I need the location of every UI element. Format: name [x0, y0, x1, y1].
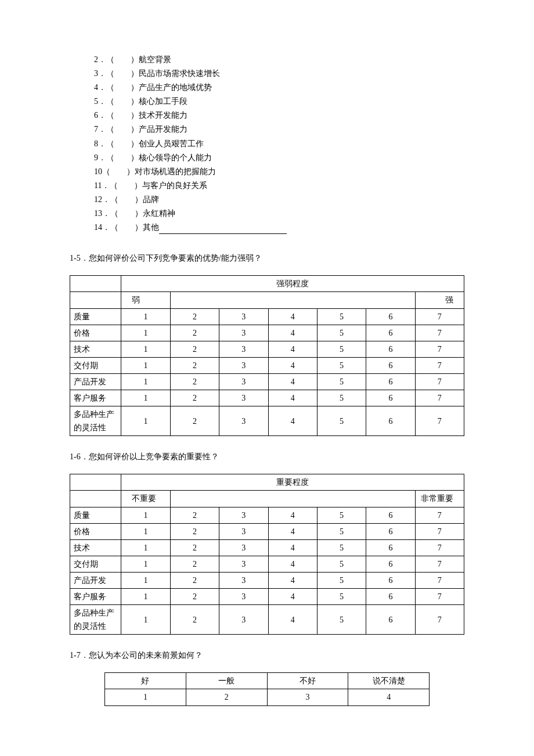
table-header: 重要程度 [121, 474, 464, 491]
checklist-item[interactable]: 5．（ ）核心加工手段 [94, 95, 464, 108]
question-1-7-title: 1-7．您认为本公司的未来前景如何？ [70, 649, 464, 662]
checklist: 2．（ ）航空背景 3．（ ）民品市场需求快速增长 4．（ ）产品生产的地域优势… [94, 53, 464, 234]
table-row[interactable]: 产品开发1234567 [70, 572, 464, 588]
checklist-item[interactable]: 6．（ ）技术开发能力 [94, 109, 464, 122]
table-row[interactable]: 多品种生产的灵活性1234567 [70, 605, 464, 635]
checklist-item[interactable]: 12．（ ）品牌 [94, 193, 464, 206]
table-row[interactable]: 客户服务1234567 [70, 589, 464, 605]
checklist-item[interactable]: 13．（ ）永红精神 [94, 207, 464, 220]
checklist-item[interactable]: 4．（ ）产品生产的地域优势 [94, 81, 464, 94]
table-header: 强弱程度 [121, 276, 464, 292]
question-1-5-title: 1-5．您如何评价公司下列竞争要素的优势/能力强弱？ [70, 251, 464, 265]
table-row[interactable]: 交付期1234567 [70, 556, 464, 572]
table-row[interactable]: 客户服务1234567 [70, 390, 464, 406]
checklist-item[interactable]: 10（ ）对市场机遇的把握能力 [94, 165, 464, 178]
table-row[interactable]: 技术1234567 [70, 341, 464, 357]
checklist-item[interactable]: 8．（ ）创业人员艰苦工作 [94, 137, 464, 150]
checklist-item[interactable]: 11．（ ）与客户的良好关系 [94, 179, 464, 192]
table-row[interactable]: 多品种生产的灵活性1234567 [70, 406, 464, 436]
question-1-6-title: 1-6．您如何评价以上竞争要素的重要性？ [70, 450, 464, 463]
table-q5: 强弱程度 弱强 质量1234567 价格1234567 技术1234567 交付… [70, 275, 464, 436]
table-row[interactable]: 交付期1234567 [70, 357, 464, 373]
table-row[interactable]: 技术1234567 [70, 539, 464, 556]
table-row[interactable]: 产品开发1234567 [70, 373, 464, 390]
other-blank[interactable] [159, 233, 287, 234]
table-q6: 重要程度 不重要非常重要 质量1234567 价格1234567 技术12345… [70, 474, 464, 635]
checklist-item[interactable]: 14．（ ）其他 [94, 221, 464, 234]
table-row[interactable]: 1 2 3 4 [105, 689, 430, 705]
checklist-item[interactable]: 9．（ ）核心领导的个人能力 [94, 151, 464, 164]
checklist-item[interactable]: 3．（ ）民品市场需求快速增长 [94, 67, 464, 80]
table-row[interactable]: 质量1234567 [70, 507, 464, 523]
table-row: 好 一般 不好 说不清楚 [105, 673, 430, 689]
table-q7: 好 一般 不好 说不清楚 1 2 3 4 [104, 672, 430, 705]
table-row[interactable]: 价格1234567 [70, 325, 464, 341]
checklist-item[interactable]: 2．（ ）航空背景 [94, 53, 464, 66]
table-row[interactable]: 价格1234567 [70, 523, 464, 539]
table-row[interactable]: 质量1234567 [70, 308, 464, 325]
checklist-item[interactable]: 7．（ ）产品开发能力 [94, 123, 464, 136]
